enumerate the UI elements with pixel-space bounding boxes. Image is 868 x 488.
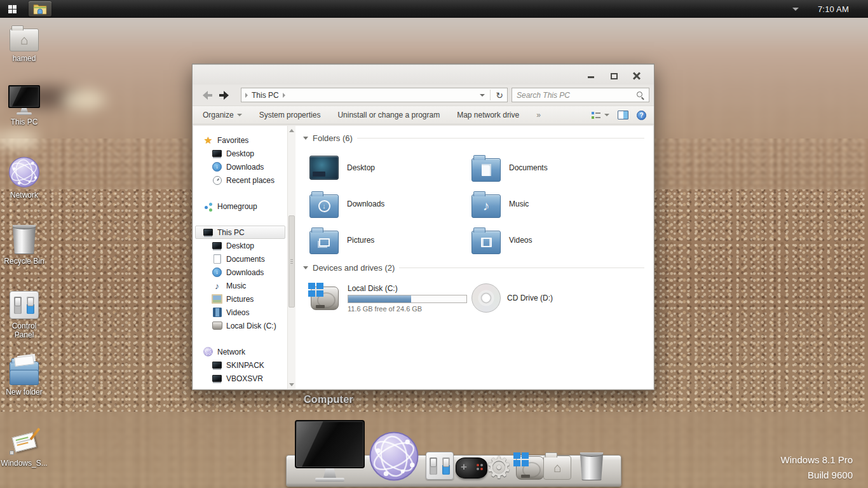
dock-trash-button[interactable]: [580, 452, 604, 480]
minimize-button[interactable]: [583, 69, 599, 81]
folder-item-pictures[interactable]: Pictures: [309, 222, 471, 258]
desktop-icon-new-folder[interactable]: New folder: [1, 357, 47, 396]
dock: Computer ⚙ ⌂: [286, 391, 621, 488]
scrollbar-thumb[interactable]: [288, 215, 295, 308]
drive-item-local-disk-c[interactable]: Local Disk (C:) 11.6 GB free of 24.6 GB: [309, 279, 471, 317]
desktop-icon-recycle-bin[interactable]: Recycle Bin: [1, 222, 47, 266]
back-arrow-icon: [203, 92, 212, 98]
search-input[interactable]: [517, 91, 636, 100]
sidebar-item-pc-documents[interactable]: Documents: [195, 252, 285, 266]
sidebar-item-homegroup[interactable]: Homegroup: [195, 200, 285, 213]
sidebar-item-downloads[interactable]: Downloads: [195, 160, 285, 173]
dock-home-folder-button[interactable]: ⌂: [543, 456, 571, 480]
toolbar-overflow-button[interactable]: »: [536, 111, 541, 119]
dock-settings-button[interactable]: ⚙: [485, 452, 512, 482]
help-icon[interactable]: [637, 111, 646, 120]
back-button[interactable]: [199, 88, 215, 103]
breadcrumb-location[interactable]: This PC: [252, 91, 279, 100]
sidebar-item-network-skinpack[interactable]: SKINPACK: [195, 358, 285, 372]
file-explorer-window: This PC ↻ Organize System properties Uni…: [192, 64, 654, 390]
hard-drive-icon: [515, 454, 546, 481]
star-icon: [203, 135, 214, 146]
close-button[interactable]: [628, 69, 645, 81]
uninstall-program-button[interactable]: Uninstall or change a program: [337, 111, 440, 119]
sidebar-item-network-vboxsvr[interactable]: VBOXSVR: [195, 372, 285, 385]
folder-item-downloads[interactable]: ↓ Downloads: [309, 186, 471, 222]
desktop-icon-network[interactable]: Network: [1, 156, 47, 200]
gear-icon: ⚙: [485, 451, 512, 484]
scroll-down-icon[interactable]: [288, 380, 295, 389]
window-content: Favorites Desktop Downloads Recent place…: [193, 126, 653, 389]
drive-item-cd-d[interactable]: CD Drive (D:): [471, 279, 634, 317]
clock-icon: [212, 175, 222, 186]
folder-item-videos[interactable]: Videos: [471, 222, 634, 258]
sidebar-item-recent-places[interactable]: Recent places: [195, 173, 285, 187]
music-note-icon: [212, 281, 222, 291]
dock-control-panel-button[interactable]: [426, 452, 454, 480]
command-toolbar: Organize System properties Uninstall or …: [193, 105, 654, 125]
dock-games-button[interactable]: [456, 458, 487, 478]
refresh-icon[interactable]: ↻: [496, 91, 503, 100]
address-dropdown-icon[interactable]: [480, 94, 485, 97]
desktop-icon-hamed[interactable]: ⌂ hamed: [1, 24, 47, 63]
collapse-triangle-icon[interactable]: [303, 137, 308, 140]
file-explorer-taskbar-button[interactable]: [29, 1, 51, 17]
network-globe-icon: [203, 347, 214, 357]
hard-drive-icon: [212, 321, 222, 331]
sidebar-item-network[interactable]: Network: [195, 345, 285, 358]
organize-menu-button[interactable]: Organize: [203, 111, 242, 119]
collapse-triangle-icon[interactable]: [303, 266, 308, 269]
window-titlebar[interactable]: [193, 64, 654, 85]
cd-disc-icon: [471, 283, 501, 313]
documents-folder-icon: [471, 158, 501, 182]
dock-drives-button[interactable]: [515, 454, 546, 481]
preview-pane-icon[interactable]: [618, 111, 628, 119]
picture-icon: [212, 294, 222, 304]
hard-drive-icon: [309, 285, 341, 311]
breadcrumb-chevron-icon[interactable]: [283, 93, 285, 98]
sidebar-item-pc-music[interactable]: Music: [195, 279, 285, 292]
address-breadcrumb-bar[interactable]: This PC ↻: [241, 88, 508, 102]
group-header-devices[interactable]: Devices and drives (2): [303, 263, 649, 273]
sidebar-item-pc-desktop[interactable]: Desktop: [195, 239, 285, 252]
desktop-icon-this-pc[interactable]: This PC: [1, 85, 47, 126]
forward-button[interactable]: [215, 88, 232, 103]
sidebar-item-this-pc[interactable]: This PC: [195, 226, 285, 239]
home-folder-icon: ⌂: [543, 456, 571, 480]
recycle-bin-icon: [12, 225, 36, 254]
start-windows-logo-icon[interactable]: [8, 5, 17, 13]
network-globe-icon: [8, 156, 40, 188]
maximize-button[interactable]: [606, 69, 622, 81]
scroll-up-icon[interactable]: [288, 126, 295, 135]
change-view-button[interactable]: [592, 111, 609, 119]
sidebar-item-favorites[interactable]: Favorites: [195, 133, 285, 147]
group-header-folders[interactable]: Folders (6): [303, 133, 649, 143]
search-icon[interactable]: [636, 91, 644, 99]
sidebar-item-desktop[interactable]: Desktop: [195, 147, 285, 160]
system-properties-button[interactable]: System properties: [259, 111, 321, 119]
sidebar-scrollbar[interactable]: [287, 126, 295, 389]
map-network-drive-button[interactable]: Map network drive: [457, 111, 519, 119]
search-box[interactable]: [512, 88, 649, 102]
top-taskbar: 7:10 AM: [0, 0, 868, 18]
sidebar-item-pc-downloads[interactable]: Downloads: [195, 266, 285, 279]
sidebar-item-pc-local-disk[interactable]: Local Disk (C:): [195, 319, 285, 332]
film-icon: [212, 308, 222, 318]
tray-expand-chevron-icon[interactable]: [792, 8, 799, 11]
computer-icon: [212, 360, 222, 370]
download-icon: [212, 162, 222, 172]
desktop-icon-windows-setup[interactable]: Windows_S...: [1, 427, 47, 468]
disk-capacity-fill: [348, 295, 411, 302]
network-globe-icon: [369, 431, 419, 482]
sidebar-item-pc-videos[interactable]: Videos: [195, 306, 285, 319]
desktop-icon-control-panel[interactable]: Control Panel: [1, 291, 47, 340]
pictures-folder-icon: [309, 231, 339, 254]
computer-monitor-icon: [295, 420, 365, 482]
folder-item-desktop[interactable]: Desktop: [309, 149, 471, 186]
dock-network-button[interactable]: [369, 431, 419, 484]
folder-item-documents[interactable]: Documents: [471, 149, 634, 186]
dock-computer-button[interactable]: [295, 420, 365, 482]
sidebar-item-pc-pictures[interactable]: Pictures: [195, 292, 285, 306]
folder-item-music[interactable]: ♪ Music: [471, 186, 634, 222]
computer-monitor-icon: [8, 85, 40, 115]
